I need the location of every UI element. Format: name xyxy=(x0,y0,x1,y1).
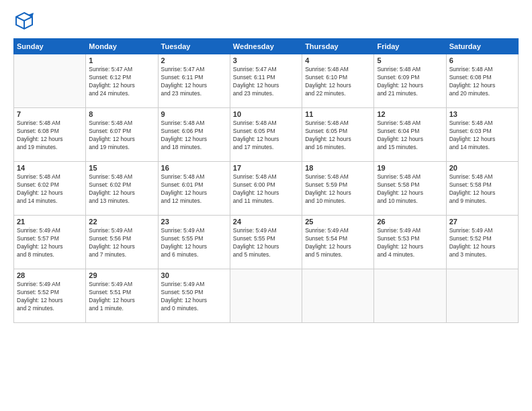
day-info: Sunrise: 5:48 AM Sunset: 6:08 PM Dayligh… xyxy=(449,66,515,98)
day-number: 7 xyxy=(17,110,83,118)
weekday-header-cell: Wednesday xyxy=(230,39,302,54)
day-number: 23 xyxy=(161,218,227,226)
day-info: Sunrise: 5:47 AM Sunset: 6:11 PM Dayligh… xyxy=(161,66,227,98)
calendar-cell xyxy=(302,269,374,323)
day-info: Sunrise: 5:48 AM Sunset: 6:00 PM Dayligh… xyxy=(233,173,299,205)
day-number: 27 xyxy=(449,218,515,226)
day-number: 25 xyxy=(305,218,371,226)
day-number: 9 xyxy=(161,110,227,118)
calendar-cell: 13Sunrise: 5:48 AM Sunset: 6:03 PM Dayli… xyxy=(446,108,518,162)
day-info: Sunrise: 5:49 AM Sunset: 5:54 PM Dayligh… xyxy=(305,227,371,259)
day-number: 5 xyxy=(377,56,443,64)
day-number: 8 xyxy=(89,110,154,118)
day-number: 2 xyxy=(161,56,227,64)
day-number: 18 xyxy=(305,164,371,172)
calendar-cell: 11Sunrise: 5:48 AM Sunset: 6:05 PM Dayli… xyxy=(302,108,374,162)
calendar-cell: 26Sunrise: 5:49 AM Sunset: 5:53 PM Dayli… xyxy=(374,216,446,269)
calendar-cell: 5Sunrise: 5:48 AM Sunset: 6:09 PM Daylig… xyxy=(374,54,446,108)
weekday-header-cell: Tuesday xyxy=(158,39,230,54)
day-info: Sunrise: 5:48 AM Sunset: 6:02 PM Dayligh… xyxy=(89,173,154,205)
calendar-cell: 10Sunrise: 5:48 AM Sunset: 6:05 PM Dayli… xyxy=(230,108,302,162)
day-info: Sunrise: 5:48 AM Sunset: 6:08 PM Dayligh… xyxy=(17,120,83,152)
day-number: 22 xyxy=(89,218,154,226)
calendar-week-row: 14Sunrise: 5:48 AM Sunset: 6:02 PM Dayli… xyxy=(14,162,519,216)
calendar-cell: 23Sunrise: 5:49 AM Sunset: 5:55 PM Dayli… xyxy=(158,216,230,269)
calendar-cell: 8Sunrise: 5:48 AM Sunset: 6:07 PM Daylig… xyxy=(86,108,158,162)
day-number: 4 xyxy=(305,56,371,64)
day-info: Sunrise: 5:49 AM Sunset: 5:51 PM Dayligh… xyxy=(89,281,154,313)
calendar-cell: 17Sunrise: 5:48 AM Sunset: 6:00 PM Dayli… xyxy=(230,162,302,216)
day-info: Sunrise: 5:48 AM Sunset: 6:03 PM Dayligh… xyxy=(449,120,515,152)
calendar-cell xyxy=(374,269,446,323)
day-info: Sunrise: 5:48 AM Sunset: 6:10 PM Dayligh… xyxy=(305,66,371,98)
day-number: 14 xyxy=(17,164,83,172)
day-number: 11 xyxy=(305,110,371,118)
day-info: Sunrise: 5:48 AM Sunset: 6:05 PM Dayligh… xyxy=(305,120,371,152)
day-info: Sunrise: 5:48 AM Sunset: 6:02 PM Dayligh… xyxy=(17,173,83,205)
day-number: 12 xyxy=(377,110,443,118)
calendar-cell: 14Sunrise: 5:48 AM Sunset: 6:02 PM Dayli… xyxy=(14,162,86,216)
calendar-cell: 22Sunrise: 5:49 AM Sunset: 5:56 PM Dayli… xyxy=(86,216,158,269)
day-info: Sunrise: 5:47 AM Sunset: 6:12 PM Dayligh… xyxy=(89,66,154,98)
weekday-header-cell: Sunday xyxy=(14,39,86,54)
weekday-header-cell: Friday xyxy=(374,39,446,54)
calendar: SundayMondayTuesdayWednesdayThursdayFrid… xyxy=(13,38,519,323)
day-info: Sunrise: 5:49 AM Sunset: 5:55 PM Dayligh… xyxy=(161,227,227,259)
calendar-cell: 19Sunrise: 5:48 AM Sunset: 5:58 PM Dayli… xyxy=(374,162,446,216)
weekday-header-row: SundayMondayTuesdayWednesdayThursdayFrid… xyxy=(14,39,519,54)
day-number: 20 xyxy=(449,164,515,172)
calendar-cell: 3Sunrise: 5:47 AM Sunset: 6:11 PM Daylig… xyxy=(230,54,302,108)
day-number: 30 xyxy=(161,271,227,279)
day-number: 21 xyxy=(17,218,83,226)
calendar-body: 1Sunrise: 5:47 AM Sunset: 6:12 PM Daylig… xyxy=(14,54,519,323)
day-info: Sunrise: 5:49 AM Sunset: 5:52 PM Dayligh… xyxy=(17,281,83,313)
header xyxy=(13,10,519,32)
day-info: Sunrise: 5:48 AM Sunset: 6:05 PM Dayligh… xyxy=(233,120,299,152)
calendar-cell: 12Sunrise: 5:48 AM Sunset: 6:04 PM Dayli… xyxy=(374,108,446,162)
calendar-week-row: 1Sunrise: 5:47 AM Sunset: 6:12 PM Daylig… xyxy=(14,54,519,108)
calendar-cell: 15Sunrise: 5:48 AM Sunset: 6:02 PM Dayli… xyxy=(86,162,158,216)
day-info: Sunrise: 5:49 AM Sunset: 5:56 PM Dayligh… xyxy=(89,227,154,259)
calendar-cell: 21Sunrise: 5:49 AM Sunset: 5:57 PM Dayli… xyxy=(14,216,86,269)
calendar-week-row: 28Sunrise: 5:49 AM Sunset: 5:52 PM Dayli… xyxy=(14,269,519,323)
calendar-cell: 1Sunrise: 5:47 AM Sunset: 6:12 PM Daylig… xyxy=(86,54,158,108)
day-info: Sunrise: 5:49 AM Sunset: 5:55 PM Dayligh… xyxy=(233,227,299,259)
calendar-cell xyxy=(446,269,518,323)
calendar-cell: 24Sunrise: 5:49 AM Sunset: 5:55 PM Dayli… xyxy=(230,216,302,269)
day-number: 13 xyxy=(449,110,515,118)
calendar-cell: 20Sunrise: 5:48 AM Sunset: 5:58 PM Dayli… xyxy=(446,162,518,216)
day-number: 28 xyxy=(17,271,83,279)
calendar-cell: 7Sunrise: 5:48 AM Sunset: 6:08 PM Daylig… xyxy=(14,108,86,162)
day-info: Sunrise: 5:48 AM Sunset: 5:59 PM Dayligh… xyxy=(305,173,371,205)
day-info: Sunrise: 5:47 AM Sunset: 6:11 PM Dayligh… xyxy=(233,66,299,98)
day-number: 29 xyxy=(89,271,154,279)
day-number: 1 xyxy=(89,56,154,64)
calendar-week-row: 21Sunrise: 5:49 AM Sunset: 5:57 PM Dayli… xyxy=(14,216,519,269)
day-info: Sunrise: 5:48 AM Sunset: 5:58 PM Dayligh… xyxy=(377,173,443,205)
day-number: 10 xyxy=(233,110,299,118)
calendar-cell: 2Sunrise: 5:47 AM Sunset: 6:11 PM Daylig… xyxy=(158,54,230,108)
day-info: Sunrise: 5:48 AM Sunset: 6:01 PM Dayligh… xyxy=(161,173,227,205)
calendar-cell: 9Sunrise: 5:48 AM Sunset: 6:06 PM Daylig… xyxy=(158,108,230,162)
calendar-cell: 4Sunrise: 5:48 AM Sunset: 6:10 PM Daylig… xyxy=(302,54,374,108)
calendar-cell xyxy=(14,54,86,108)
day-info: Sunrise: 5:48 AM Sunset: 6:04 PM Dayligh… xyxy=(377,120,443,152)
calendar-week-row: 7Sunrise: 5:48 AM Sunset: 6:08 PM Daylig… xyxy=(14,108,519,162)
day-number: 15 xyxy=(89,164,154,172)
weekday-header-cell: Thursday xyxy=(302,39,374,54)
weekday-header-cell: Saturday xyxy=(446,39,518,54)
day-info: Sunrise: 5:48 AM Sunset: 6:06 PM Dayligh… xyxy=(161,120,227,152)
calendar-cell xyxy=(230,269,302,323)
day-number: 19 xyxy=(377,164,443,172)
calendar-cell: 27Sunrise: 5:49 AM Sunset: 5:52 PM Dayli… xyxy=(446,216,518,269)
calendar-cell: 29Sunrise: 5:49 AM Sunset: 5:51 PM Dayli… xyxy=(86,269,158,323)
logo xyxy=(13,10,36,32)
day-info: Sunrise: 5:49 AM Sunset: 5:50 PM Dayligh… xyxy=(161,281,227,313)
page: SundayMondayTuesdayWednesdayThursdayFrid… xyxy=(0,0,532,411)
calendar-cell: 16Sunrise: 5:48 AM Sunset: 6:01 PM Dayli… xyxy=(158,162,230,216)
calendar-cell: 28Sunrise: 5:49 AM Sunset: 5:52 PM Dayli… xyxy=(14,269,86,323)
day-info: Sunrise: 5:49 AM Sunset: 5:53 PM Dayligh… xyxy=(377,227,443,259)
day-number: 17 xyxy=(233,164,299,172)
day-info: Sunrise: 5:48 AM Sunset: 6:09 PM Dayligh… xyxy=(377,66,443,98)
calendar-cell: 30Sunrise: 5:49 AM Sunset: 5:50 PM Dayli… xyxy=(158,269,230,323)
